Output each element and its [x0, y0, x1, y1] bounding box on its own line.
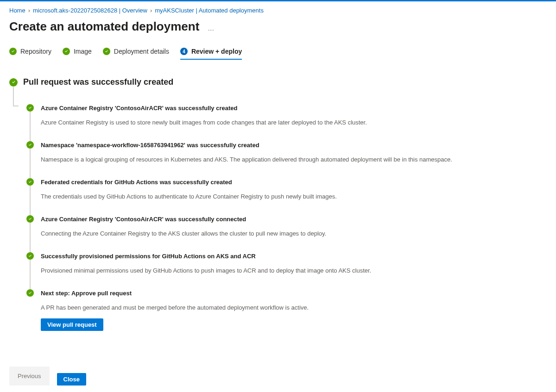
chevron-right-icon: ›: [28, 7, 30, 14]
checkmark-icon: [26, 104, 34, 112]
checkmark-icon: [26, 178, 34, 186]
checkmark-icon: [9, 48, 17, 55]
more-actions-icon[interactable]: …: [208, 22, 215, 32]
checkmark-icon: [26, 289, 34, 297]
timeline-item: Namespace 'namespace-workflow-1658763941…: [30, 142, 547, 179]
checkmark-icon: [63, 48, 70, 55]
timeline-items: Azure Container Registry 'ContosoAirACR'…: [26, 91, 547, 346]
checkmark-icon: [26, 252, 34, 260]
view-pull-request-button[interactable]: View pull request: [41, 318, 103, 331]
breadcrumb: Home › microsoft.aks-20220725082628 | Ov…: [9, 6, 547, 19]
page-root: Home › microsoft.aks-20220725082628 | Ov…: [0, 0, 556, 392]
timeline-item-desc: Namespace is a logical grouping of resou…: [41, 156, 547, 164]
step-label: Image: [74, 48, 92, 55]
step-label: Review + deploy: [191, 48, 242, 55]
title-row: Create an automated deployment …: [9, 19, 547, 46]
close-button[interactable]: Close: [57, 373, 86, 386]
footer-actions: Previous Close: [9, 367, 86, 386]
step-label: Deployment details: [114, 48, 169, 55]
step-label: Repository: [20, 48, 51, 55]
timeline-item-title: Successfully provisioned permissions for…: [41, 253, 547, 260]
timeline-item: Federated credentials for GitHub Actions…: [30, 179, 547, 216]
timeline-item: Successfully provisioned permissions for…: [30, 253, 547, 290]
chevron-right-icon: ›: [150, 7, 152, 14]
timeline-item-title: Azure Container Registry 'ContosoAirACR'…: [41, 216, 547, 223]
breadcrumb-link-resource[interactable]: microsoft.aks-20220725082628 | Overview: [33, 7, 147, 14]
timeline-item-title: Federated credentials for GitHub Actions…: [41, 179, 547, 186]
step-deployment-details[interactable]: Deployment details: [103, 46, 169, 60]
timeline-item-desc: The credentials used by GitHub Actions t…: [41, 193, 547, 201]
timeline-item-desc: Azure Container Registry is used to stor…: [41, 118, 547, 127]
status-heading-text: Pull request was successfully created: [23, 77, 173, 87]
checkmark-icon: [26, 215, 34, 223]
timeline-item: Azure Container Registry 'ContosoAirACR'…: [30, 216, 547, 253]
checkmark-icon: [103, 48, 110, 55]
deployment-timeline: Azure Container Registry 'ContosoAirACR'…: [13, 87, 547, 346]
stepper: Repository Image Deployment details 4 Re…: [9, 46, 547, 62]
breadcrumb-link-home[interactable]: Home: [9, 7, 25, 14]
timeline-item-desc: Provisioned minimal permissions used by …: [41, 267, 547, 275]
step-image[interactable]: Image: [63, 46, 92, 60]
timeline-item: Azure Container Registry 'ContosoAirACR'…: [30, 105, 547, 142]
timeline-item-next-step: Next step: Approve pull request A PR has…: [30, 290, 547, 346]
step-repository[interactable]: Repository: [9, 46, 51, 60]
timeline-connector: [13, 87, 19, 106]
step-review-deploy[interactable]: 4 Review + deploy: [180, 46, 242, 60]
breadcrumb-link-cluster[interactable]: myAKSCluster | Automated deployments: [155, 7, 264, 14]
page-title: Create an automated deployment: [9, 19, 199, 34]
checkmark-icon: [26, 141, 34, 149]
timeline-item-title: Namespace 'namespace-workflow-1658763941…: [41, 142, 547, 149]
timeline-item-desc: A PR has been generated and must be merg…: [41, 304, 547, 312]
step-number-icon: 4: [180, 48, 188, 55]
previous-button[interactable]: Previous: [9, 367, 50, 386]
status-heading: Pull request was successfully created: [9, 77, 547, 87]
timeline-item-title: Next step: Approve pull request: [41, 290, 547, 297]
checkmark-icon: [9, 78, 18, 87]
timeline-item-desc: Connecting the Azure Container Registry …: [41, 230, 547, 238]
timeline-item-title: Azure Container Registry 'ContosoAirACR'…: [41, 105, 547, 112]
